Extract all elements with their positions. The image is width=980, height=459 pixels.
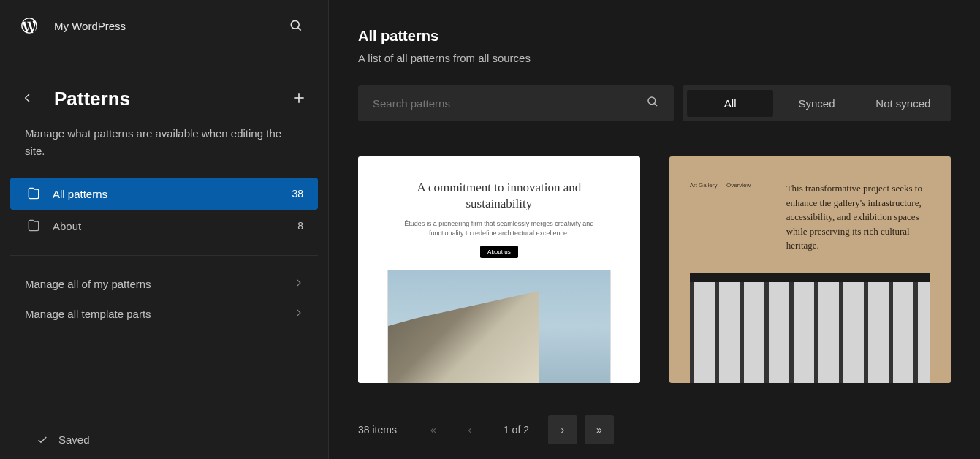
sync-filter-tabs: All Synced Not synced <box>683 85 951 121</box>
pattern-card[interactable]: A commitment to innovation and sustainab… <box>358 156 640 383</box>
pattern-sub: Études is a pioneering firm that seamles… <box>404 219 594 238</box>
pager: « ‹ 1 of 2 › » <box>419 415 614 444</box>
main-header: All patterns A list of all patterns from… <box>329 0 980 64</box>
sidebar-item-label: About <box>53 220 81 232</box>
svg-point-4 <box>648 97 656 105</box>
sidebar-item-count: 8 <box>297 220 303 232</box>
pattern-grid: A commitment to innovation and sustainab… <box>329 121 980 406</box>
add-pattern-button[interactable] <box>292 89 306 110</box>
svg-point-0 <box>291 20 299 29</box>
last-page-button[interactable]: » <box>585 415 614 444</box>
filter-tab-synced[interactable]: Synced <box>773 90 859 117</box>
next-page-button[interactable]: › <box>548 415 577 444</box>
pattern-label: Art Gallery — Overview <box>690 181 770 253</box>
sidebar-item-label: All patterns <box>53 188 107 200</box>
sidebar: My WordPress Patterns Manage what patter… <box>0 0 329 459</box>
manage-link-label: Manage all template parts <box>25 308 151 320</box>
search-input[interactable] <box>373 97 646 110</box>
main-panel: All patterns A list of all patterns from… <box>329 0 980 459</box>
file-icon <box>25 186 42 201</box>
sidebar-footer: Saved <box>0 420 328 459</box>
back-icon[interactable] <box>22 92 39 107</box>
filter-tab-all[interactable]: All <box>687 90 773 117</box>
page-subtitle: A list of all patterns from all sources <box>358 52 951 64</box>
save-status: Saved <box>58 433 90 446</box>
sidebar-item-count: 38 <box>292 188 303 200</box>
section-description: Manage what patterns are available when … <box>0 125 328 178</box>
divider <box>10 255 318 256</box>
site-name: My WordPress <box>54 20 126 32</box>
topbar: My WordPress <box>0 0 328 51</box>
sidebar-item-all-patterns[interactable]: All patterns 38 <box>10 178 318 210</box>
pattern-image-preview <box>387 270 611 383</box>
pattern-categories: All patterns 38 About 8 <box>0 178 328 242</box>
pattern-heading: A commitment to innovation and sustainab… <box>387 180 611 212</box>
filter-row: All Synced Not synced <box>329 64 980 121</box>
svg-line-5 <box>655 104 657 106</box>
pagination-bar: 38 items « ‹ 1 of 2 › » <box>329 406 980 459</box>
pattern-card[interactable]: Art Gallery — Overview This transformati… <box>669 156 951 383</box>
manage-link-label: Manage all of my patterns <box>25 278 151 290</box>
prev-page-button[interactable]: ‹ <box>455 415 485 444</box>
section-title: Patterns <box>54 88 130 110</box>
pattern-image-preview <box>690 273 930 384</box>
chevron-right-icon <box>293 278 303 290</box>
first-page-button[interactable]: « <box>419 415 448 444</box>
page-title: All patterns <box>358 28 951 45</box>
chevron-right-icon <box>293 308 303 320</box>
items-count: 38 items <box>358 424 397 436</box>
search-box[interactable] <box>358 85 674 121</box>
wordpress-logo-icon[interactable] <box>19 15 39 36</box>
pattern-body: This transformative project seeks to enh… <box>786 181 930 253</box>
section-header: Patterns <box>0 51 328 125</box>
file-icon <box>25 219 42 233</box>
filter-tab-not-synced[interactable]: Not synced <box>860 90 946 117</box>
search-icon[interactable] <box>283 12 309 39</box>
svg-line-1 <box>298 28 301 31</box>
search-icon <box>646 95 659 111</box>
manage-template-parts-link[interactable]: Manage all template parts <box>0 299 328 329</box>
check-icon <box>37 434 48 446</box>
sidebar-item-about[interactable]: About 8 <box>10 210 318 242</box>
manage-all-patterns-link[interactable]: Manage all of my patterns <box>0 269 328 299</box>
pattern-button-preview: About us <box>480 246 518 258</box>
page-indicator: 1 of 2 <box>492 424 541 436</box>
